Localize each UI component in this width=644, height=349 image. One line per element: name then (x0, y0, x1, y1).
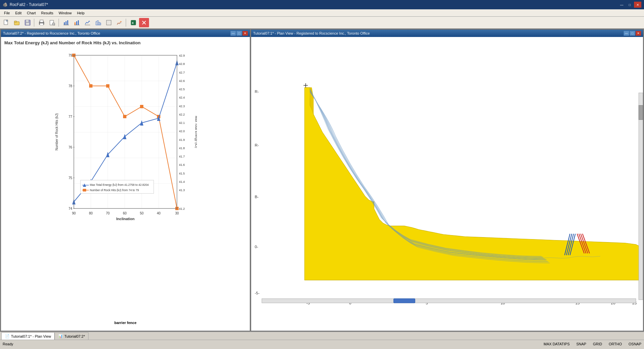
menu-bar: File Edit Chart Results Window Help (0, 9, 644, 17)
save-button[interactable] (23, 18, 33, 27)
svg-text:Max Total Energy (kJ) from 41.: Max Total Energy (kJ) from 41.2758 to 42… (90, 183, 149, 186)
close-button[interactable]: ✕ (634, 2, 641, 8)
svg-rect-13 (64, 22, 65, 25)
plan-minimize-button[interactable]: — (624, 31, 629, 36)
svg-rect-15 (67, 20, 68, 25)
svg-text:74: 74 (69, 207, 73, 210)
print-preview-button[interactable] (47, 18, 57, 27)
new-button[interactable] (1, 18, 11, 27)
menu-results[interactable]: Results (39, 10, 56, 16)
svg-text:40: 40 (157, 211, 161, 215)
svg-line-12 (55, 25, 55, 25)
chart-close-button[interactable]: ✕ (242, 31, 248, 36)
svg-text:50: 50 (140, 211, 144, 215)
plan-window-titlebar: Tutorial07:1* - Plan View - Registered t… (251, 30, 643, 37)
svg-rect-7 (40, 20, 43, 22)
svg-rect-8 (40, 23, 43, 25)
svg-text:77: 77 (69, 115, 73, 119)
svg-text:78: 78 (69, 84, 73, 88)
chart-area: 79 78 77 76 75 74 42.9 42.8 42.7 42.6 42… (4, 49, 246, 318)
maximize-button[interactable]: □ (626, 2, 633, 8)
toolbar-separator-3 (126, 19, 127, 27)
svg-text:42.7: 42.7 (179, 71, 185, 74)
svg-text:42.2: 42.2 (179, 113, 185, 116)
svg-text:90: 90 (72, 211, 76, 215)
chart-minimize-button[interactable]: — (231, 31, 236, 36)
svg-rect-4 (26, 20, 29, 22)
svg-text:42.1: 42.1 (179, 121, 185, 125)
svg-text:41.5: 41.5 (179, 172, 185, 175)
chart-footer: barrier fence (4, 318, 246, 327)
chart-restore-button[interactable]: □ (237, 31, 242, 36)
svg-rect-18 (76, 21, 77, 25)
status-right: MAX DATATIPS SNAP GRID ORTHO OSNAP (544, 342, 641, 346)
tab-chart-label: Tutorial07:2* (64, 334, 85, 338)
svg-rect-23 (97, 21, 98, 25)
chart-svg: 79 78 77 76 75 74 42.9 42.8 42.7 42.6 42… (54, 49, 197, 228)
trend-button[interactable] (114, 18, 124, 27)
app-title: RocFall2 - Tutorial07* (10, 2, 48, 7)
line-chart-button[interactable] (82, 18, 92, 27)
svg-rect-53 (106, 84, 109, 88)
bar-chart-button[interactable] (61, 18, 71, 27)
svg-text:76: 76 (69, 146, 73, 149)
histogram-button[interactable] (93, 18, 103, 27)
svg-point-11 (53, 23, 54, 25)
svg-text:Number of Rock Hits (kJ) from : Number of Rock Hits (kJ) from 74 to 79 (90, 188, 139, 192)
svg-rect-139 (639, 105, 643, 120)
svg-rect-5 (26, 23, 29, 25)
svg-text:42.0: 42.0 (179, 130, 185, 133)
menu-file[interactable]: File (1, 10, 13, 16)
plan-window-title: Tutorial07:1* - Plan View - Registered t… (253, 31, 370, 35)
status-ready: Ready (3, 342, 13, 346)
app-icon: 🪨 (3, 2, 8, 7)
print-button[interactable] (37, 18, 47, 27)
svg-text:42.4: 42.4 (179, 96, 185, 99)
chart-window-controls: — □ ✕ (231, 31, 248, 36)
main-area: Tutorial07:2* - Registered to Rocscience… (0, 29, 644, 332)
tab-plan-view[interactable]: 📄 Tutorial07:1* - Plan View (1, 332, 55, 340)
menu-chart[interactable]: Chart (24, 10, 39, 16)
svg-text:41.3: 41.3 (179, 188, 185, 192)
svg-text:Number of Rock Hits (kJ): Number of Rock Hits (kJ) (55, 113, 59, 151)
status-max-datatips: MAX DATATIPS (544, 342, 569, 346)
chart-window-titlebar: Tutorial07:2* - Registered to Rocscience… (1, 30, 250, 37)
chart-window: Tutorial07:2* - Registered to Rocscience… (1, 29, 250, 331)
open-button[interactable] (12, 18, 22, 27)
menu-window[interactable]: Window (56, 10, 74, 16)
menu-edit[interactable]: Edit (13, 10, 24, 16)
tab-plan-icon: 📄 (5, 334, 10, 338)
svg-text:60: 60 (123, 211, 127, 215)
svg-text:79: 79 (69, 54, 73, 57)
plan-content[interactable]: R- R- B- 0- -5- -5 0 5 10 15 20 25 (251, 37, 643, 331)
close-red-button[interactable] (139, 18, 149, 27)
plan-window: Tutorial07:1* - Plan View - Registered t… (251, 29, 643, 331)
status-osnap: OSNAP (628, 342, 641, 346)
chart2-button[interactable] (72, 18, 82, 27)
svg-text:R-: R- (255, 143, 259, 147)
chart-content: Max Total Energy (kJ) and Number of Rock… (1, 37, 250, 331)
chart-title: Max Total Energy (kJ) and Number of Rock… (4, 40, 246, 45)
svg-text:-5-: -5- (255, 291, 259, 295)
svg-rect-19 (78, 20, 79, 25)
menu-help[interactable]: Help (74, 10, 87, 16)
svg-rect-140 (262, 299, 636, 303)
svg-text:41.2: 41.2 (179, 207, 185, 210)
svg-text:42.9: 42.9 (179, 54, 185, 57)
excel-button[interactable]: X (128, 18, 138, 27)
plan-restore-button[interactable]: □ (630, 31, 635, 36)
minimize-button[interactable]: — (618, 2, 625, 8)
svg-text:80: 80 (89, 211, 93, 215)
stats-button[interactable] (104, 18, 114, 27)
svg-rect-2 (14, 21, 17, 22)
chart-window-title: Tutorial07:2* - Registered to Rocscience… (3, 31, 100, 35)
svg-rect-26 (106, 20, 111, 25)
tab-chart[interactable]: 📊 Tutorial07:2* (55, 332, 88, 340)
svg-rect-17 (75, 22, 76, 25)
plan-close-button[interactable]: ✕ (636, 31, 641, 36)
svg-text:41.7: 41.7 (179, 155, 185, 158)
svg-text:42.5: 42.5 (179, 88, 185, 91)
svg-rect-24 (98, 22, 100, 25)
status-snap: SNAP (576, 342, 586, 346)
svg-text:42.6: 42.6 (179, 79, 185, 83)
